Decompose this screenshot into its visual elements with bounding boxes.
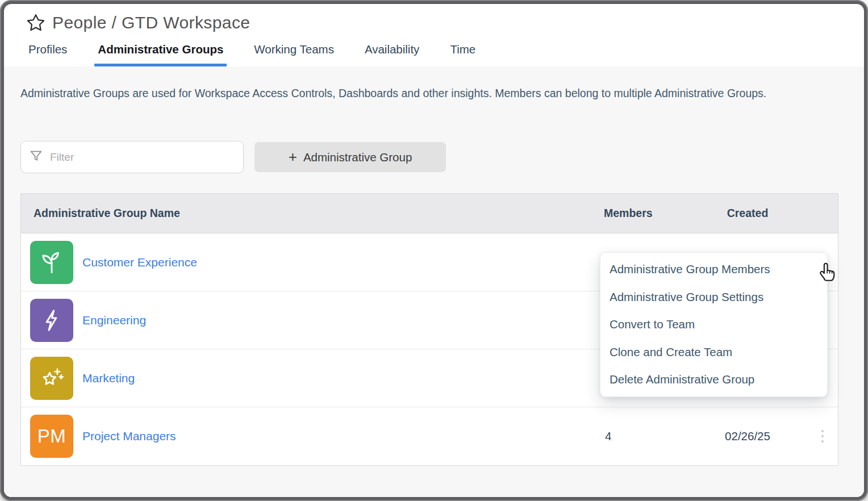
star-sparkle-icon [30,357,73,400]
menu-item-administrative-group-members[interactable]: Administrative Group Members [600,256,827,283]
add-administrative-group-label: Administrative Group [303,151,412,164]
star-outline-icon [26,26,46,35]
tab-administrative-groups[interactable]: Administrative Groups [97,38,224,66]
column-header-name: Administrative Group Name [21,207,597,220]
filter-field[interactable] [20,141,244,173]
tab-working-teams[interactable]: Working Teams [253,38,335,66]
content-area: Administrative Groups are used for Works… [4,66,864,497]
group-link-customer-experience[interactable]: Customer Experience [82,256,197,269]
column-header-created: Created [688,207,807,220]
column-header-members: Members [597,207,688,220]
lightning-bolt-icon [30,299,73,342]
tab-bar: Profiles Administrative Groups Working T… [27,38,477,66]
favorite-star-button[interactable] [26,12,46,33]
table-header-row: Administrative Group Name Members Create… [21,194,838,233]
page-title: People / GTD Workspace [52,13,250,32]
group-link-project-managers[interactable]: Project Managers [82,429,176,443]
add-administrative-group-button[interactable]: + Administrative Group [254,142,446,172]
row-actions-kebab-icon[interactable] [817,425,829,448]
tile-initials: PM [37,425,66,447]
tab-profiles[interactable]: Profiles [27,38,68,66]
created-cell: 02/26/25 [688,429,807,443]
row-context-menu: Administrative Group Members Administrat… [600,252,828,397]
menu-item-administrative-group-settings[interactable]: Administrative Group Settings [600,283,827,311]
group-name-cell: Marketing [21,357,597,400]
group-name-cell: PM Project Managers [21,415,597,458]
menu-item-delete-administrative-group[interactable]: Delete Administrative Group [600,366,827,394]
filter-input[interactable] [49,151,235,164]
plus-icon: + [289,149,297,164]
members-cell: 4 [597,429,688,443]
group-link-engineering[interactable]: Engineering [82,314,146,327]
menu-item-clone-and-create-team[interactable]: Clone and Create Team [600,339,827,366]
table-row-project-managers: PM Project Managers 4 02/26/25 [21,407,838,465]
menu-item-convert-to-team[interactable]: Convert to Team [600,311,827,339]
tab-availability[interactable]: Availability [364,38,420,66]
tab-time[interactable]: Time [449,38,477,66]
window-frame: People / GTD Workspace Profiles Administ… [0,0,868,501]
seedling-icon [30,241,73,284]
app-window: People / GTD Workspace Profiles Administ… [4,4,864,497]
funnel-icon [29,149,43,165]
initials-tile: PM [30,415,73,458]
group-name-cell: Customer Experience [21,241,597,284]
section-description: Administrative Groups are used for Works… [20,83,820,104]
group-link-marketing[interactable]: Marketing [82,371,135,385]
group-name-cell: Engineering [21,299,597,342]
